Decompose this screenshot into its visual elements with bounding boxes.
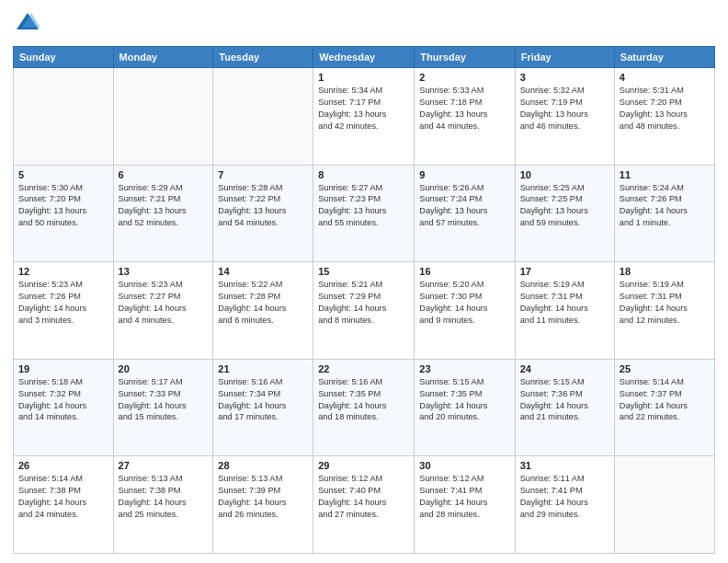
- day-number: 19: [18, 363, 108, 374]
- day-info: Sunrise: 5:11 AM Sunset: 7:41 PM Dayligh…: [520, 473, 609, 521]
- day-info: Sunrise: 5:26 AM Sunset: 7:24 PM Dayligh…: [419, 182, 509, 230]
- day-number: 7: [218, 169, 308, 180]
- calendar-cell: 27Sunrise: 5:13 AM Sunset: 7:38 PM Dayli…: [113, 456, 213, 554]
- calendar-table: SundayMondayTuesdayWednesdayThursdayFrid…: [13, 46, 715, 554]
- day-info: Sunrise: 5:33 AM Sunset: 7:18 PM Dayligh…: [419, 85, 509, 132]
- calendar-cell: 23Sunrise: 5:15 AM Sunset: 7:35 PM Dayli…: [415, 359, 515, 456]
- day-number: 5: [18, 169, 108, 180]
- day-info: Sunrise: 5:18 AM Sunset: 7:32 PM Dayligh…: [18, 376, 108, 424]
- day-number: 22: [318, 363, 409, 374]
- day-info: Sunrise: 5:13 AM Sunset: 7:39 PM Dayligh…: [218, 473, 308, 521]
- day-info: Sunrise: 5:29 AM Sunset: 7:21 PM Dayligh…: [119, 182, 209, 230]
- day-number: 23: [419, 363, 509, 374]
- day-info: Sunrise: 5:16 AM Sunset: 7:34 PM Dayligh…: [218, 376, 308, 424]
- calendar-cell: 11Sunrise: 5:24 AM Sunset: 7:26 PM Dayli…: [614, 165, 714, 262]
- calendar-cell: 15Sunrise: 5:21 AM Sunset: 7:29 PM Dayli…: [313, 262, 415, 360]
- day-info: Sunrise: 5:19 AM Sunset: 7:31 PM Dayligh…: [620, 279, 710, 327]
- day-info: Sunrise: 5:34 AM Sunset: 7:17 PM Dayligh…: [318, 85, 409, 132]
- day-number: 11: [620, 169, 710, 180]
- logo: [13, 9, 46, 39]
- day-number: 14: [218, 266, 308, 277]
- calendar-cell: 19Sunrise: 5:18 AM Sunset: 7:32 PM Dayli…: [14, 359, 114, 456]
- calendar-cell: 7Sunrise: 5:28 AM Sunset: 7:22 PM Daylig…: [213, 165, 313, 262]
- calendar-cell: 2Sunrise: 5:33 AM Sunset: 7:18 PM Daylig…: [415, 68, 515, 166]
- day-number: 30: [419, 460, 509, 471]
- calendar-cell: 10Sunrise: 5:25 AM Sunset: 7:25 PM Dayli…: [515, 165, 614, 262]
- day-number: 8: [318, 169, 409, 180]
- day-info: Sunrise: 5:17 AM Sunset: 7:33 PM Dayligh…: [119, 376, 209, 424]
- calendar-cell: 24Sunrise: 5:15 AM Sunset: 7:36 PM Dayli…: [515, 359, 614, 456]
- day-number: 13: [119, 266, 209, 277]
- day-info: Sunrise: 5:20 AM Sunset: 7:30 PM Dayligh…: [419, 279, 509, 327]
- col-header-wednesday: Wednesday: [313, 47, 415, 68]
- day-number: 26: [18, 460, 108, 471]
- calendar-cell: 31Sunrise: 5:11 AM Sunset: 7:41 PM Dayli…: [515, 456, 614, 554]
- day-number: 21: [218, 363, 308, 374]
- col-header-saturday: Saturday: [614, 47, 714, 68]
- day-info: Sunrise: 5:28 AM Sunset: 7:22 PM Dayligh…: [218, 182, 308, 230]
- day-number: 27: [119, 460, 209, 471]
- calendar-cell: 6Sunrise: 5:29 AM Sunset: 7:21 PM Daylig…: [113, 165, 213, 262]
- day-number: 24: [520, 363, 609, 374]
- day-number: 1: [318, 72, 409, 83]
- day-info: Sunrise: 5:23 AM Sunset: 7:26 PM Dayligh…: [18, 279, 108, 327]
- day-info: Sunrise: 5:21 AM Sunset: 7:29 PM Dayligh…: [318, 279, 409, 327]
- day-number: 6: [119, 169, 209, 180]
- day-number: 2: [419, 72, 509, 83]
- day-info: Sunrise: 5:31 AM Sunset: 7:20 PM Dayligh…: [620, 85, 710, 132]
- day-number: 15: [318, 266, 409, 277]
- day-number: 16: [419, 266, 509, 277]
- day-info: Sunrise: 5:22 AM Sunset: 7:28 PM Dayligh…: [218, 279, 308, 327]
- day-number: 9: [419, 169, 509, 180]
- day-info: Sunrise: 5:15 AM Sunset: 7:35 PM Dayligh…: [419, 376, 509, 424]
- day-info: Sunrise: 5:23 AM Sunset: 7:27 PM Dayligh…: [119, 279, 209, 327]
- calendar-cell: [614, 456, 714, 554]
- page: SundayMondayTuesdayWednesdayThursdayFrid…: [0, 0, 728, 563]
- calendar-cell: 5Sunrise: 5:30 AM Sunset: 7:20 PM Daylig…: [14, 165, 114, 262]
- calendar-cell: 17Sunrise: 5:19 AM Sunset: 7:31 PM Dayli…: [515, 262, 614, 360]
- day-info: Sunrise: 5:16 AM Sunset: 7:35 PM Dayligh…: [318, 376, 409, 424]
- day-number: 4: [620, 72, 710, 83]
- day-number: 10: [520, 169, 609, 180]
- calendar-cell: 22Sunrise: 5:16 AM Sunset: 7:35 PM Dayli…: [313, 359, 415, 456]
- day-info: Sunrise: 5:12 AM Sunset: 7:41 PM Dayligh…: [419, 473, 509, 521]
- calendar-cell: 14Sunrise: 5:22 AM Sunset: 7:28 PM Dayli…: [213, 262, 313, 360]
- day-number: 29: [318, 460, 409, 471]
- day-info: Sunrise: 5:27 AM Sunset: 7:23 PM Dayligh…: [318, 182, 409, 230]
- calendar-cell: 8Sunrise: 5:27 AM Sunset: 7:23 PM Daylig…: [313, 165, 415, 262]
- calendar-cell: 16Sunrise: 5:20 AM Sunset: 7:30 PM Dayli…: [415, 262, 515, 360]
- day-number: 3: [520, 72, 609, 83]
- day-info: Sunrise: 5:15 AM Sunset: 7:36 PM Dayligh…: [520, 376, 609, 424]
- col-header-sunday: Sunday: [14, 47, 114, 68]
- day-number: 12: [18, 266, 108, 277]
- col-header-thursday: Thursday: [415, 47, 515, 68]
- calendar-cell: 3Sunrise: 5:32 AM Sunset: 7:19 PM Daylig…: [515, 68, 614, 166]
- day-info: Sunrise: 5:19 AM Sunset: 7:31 PM Dayligh…: [520, 279, 609, 327]
- calendar-cell: 12Sunrise: 5:23 AM Sunset: 7:26 PM Dayli…: [14, 262, 114, 360]
- logo-icon: [13, 9, 42, 39]
- day-number: 18: [620, 266, 710, 277]
- day-number: 31: [520, 460, 609, 471]
- day-info: Sunrise: 5:25 AM Sunset: 7:25 PM Dayligh…: [520, 182, 609, 230]
- day-info: Sunrise: 5:30 AM Sunset: 7:20 PM Dayligh…: [18, 182, 108, 230]
- day-number: 25: [620, 363, 710, 374]
- calendar-cell: 25Sunrise: 5:14 AM Sunset: 7:37 PM Dayli…: [614, 359, 714, 456]
- day-number: 17: [520, 266, 609, 277]
- calendar-cell: [14, 68, 114, 166]
- calendar-cell: 21Sunrise: 5:16 AM Sunset: 7:34 PM Dayli…: [213, 359, 313, 456]
- calendar-cell: 18Sunrise: 5:19 AM Sunset: 7:31 PM Dayli…: [614, 262, 714, 360]
- calendar-cell: 30Sunrise: 5:12 AM Sunset: 7:41 PM Dayli…: [415, 456, 515, 554]
- calendar-cell: 28Sunrise: 5:13 AM Sunset: 7:39 PM Dayli…: [213, 456, 313, 554]
- header: [13, 9, 715, 39]
- calendar-cell: [213, 68, 313, 166]
- day-info: Sunrise: 5:14 AM Sunset: 7:38 PM Dayligh…: [18, 473, 108, 521]
- day-number: 20: [119, 363, 209, 374]
- day-info: Sunrise: 5:32 AM Sunset: 7:19 PM Dayligh…: [520, 85, 609, 132]
- calendar-cell: 1Sunrise: 5:34 AM Sunset: 7:17 PM Daylig…: [313, 68, 415, 166]
- calendar-cell: 29Sunrise: 5:12 AM Sunset: 7:40 PM Dayli…: [313, 456, 415, 554]
- calendar-cell: [113, 68, 213, 166]
- col-header-monday: Monday: [113, 47, 213, 68]
- calendar-cell: 4Sunrise: 5:31 AM Sunset: 7:20 PM Daylig…: [614, 68, 714, 166]
- calendar-cell: 26Sunrise: 5:14 AM Sunset: 7:38 PM Dayli…: [14, 456, 114, 554]
- day-info: Sunrise: 5:12 AM Sunset: 7:40 PM Dayligh…: [318, 473, 409, 521]
